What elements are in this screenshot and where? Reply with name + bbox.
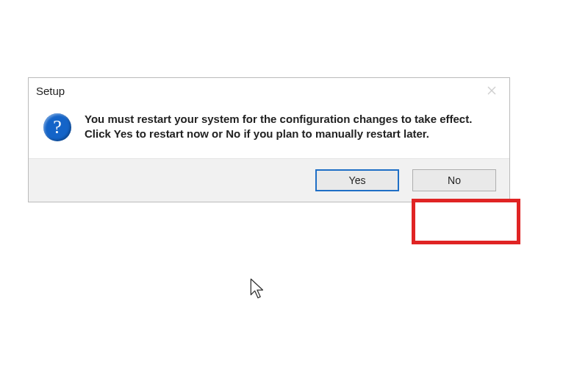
dialog-message: You must restart your system for the con… xyxy=(85,112,495,142)
question-icon: ? xyxy=(43,113,71,141)
dialog-titlebar: Setup xyxy=(29,78,509,103)
close-button[interactable] xyxy=(481,82,502,99)
close-icon xyxy=(487,86,496,95)
no-button[interactable]: No xyxy=(412,169,496,191)
yes-button[interactable]: Yes xyxy=(315,169,399,191)
dialog-footer: Yes No xyxy=(29,158,509,202)
setup-dialog: Setup ? You must restart your system for… xyxy=(28,77,510,202)
dialog-icon-wrap: ? xyxy=(43,113,71,141)
cursor-icon xyxy=(250,278,266,300)
dialog-title: Setup xyxy=(36,85,65,97)
dialog-body: ? You must restart your system for the c… xyxy=(29,103,509,158)
annotation-highlight xyxy=(412,199,520,244)
